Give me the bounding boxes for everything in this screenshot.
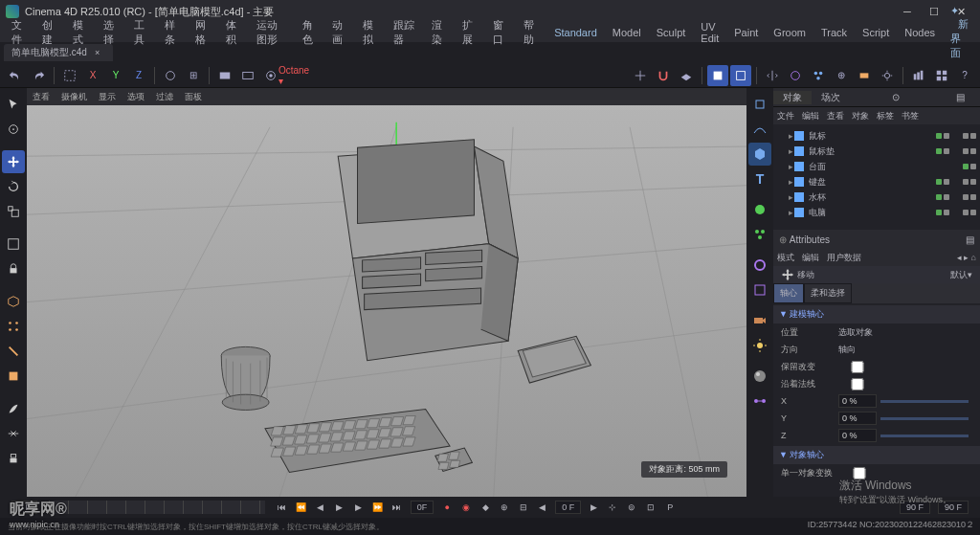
node-tool[interactable] bbox=[748, 390, 771, 412]
layout-standard[interactable]: Standard bbox=[546, 27, 605, 38]
attr-value[interactable]: 选取对象 bbox=[838, 326, 972, 339]
prev-key-button[interactable]: ⏪ bbox=[293, 499, 310, 516]
history-button[interactable] bbox=[908, 65, 929, 86]
document-tab[interactable]: 简单电脑模型.c4d × bbox=[4, 44, 113, 61]
subdivision-button[interactable] bbox=[730, 65, 751, 86]
null-tool[interactable] bbox=[748, 93, 771, 116]
tag-button[interactable] bbox=[854, 65, 875, 86]
section-header[interactable]: ▼ 建模轴心 bbox=[773, 305, 980, 323]
layout-item[interactable]: Model bbox=[605, 27, 649, 38]
attr-checkbox[interactable] bbox=[838, 378, 877, 390]
render-region-button[interactable] bbox=[237, 65, 258, 86]
obj-sub[interactable]: 标签 bbox=[877, 110, 894, 123]
new-ui[interactable]: 新界面 bbox=[950, 18, 969, 58]
menu-item[interactable]: 模式 bbox=[65, 18, 96, 47]
search-icon[interactable]: ⊙ bbox=[882, 92, 909, 102]
gear-icon[interactable] bbox=[877, 65, 898, 86]
octane-button[interactable]: Octane ▾ bbox=[283, 65, 304, 86]
redo-button[interactable] bbox=[28, 65, 49, 86]
panel-tab-objects[interactable]: 对象 bbox=[773, 91, 812, 104]
extrude-tool[interactable] bbox=[2, 447, 25, 470]
menu-item[interactable]: 体积 bbox=[218, 18, 249, 47]
object-row[interactable]: ▸鼠标垫 bbox=[777, 144, 976, 159]
menu-item[interactable]: 渲染 bbox=[424, 18, 455, 47]
layout-button[interactable] bbox=[931, 65, 952, 86]
panel-tab-takes[interactable]: 场次 bbox=[812, 91, 850, 104]
obj-sub[interactable]: 对象 bbox=[852, 110, 869, 123]
key-button[interactable]: ◆ bbox=[477, 499, 494, 516]
slider[interactable] bbox=[880, 400, 969, 403]
timeline-track[interactable] bbox=[49, 501, 265, 514]
select-button[interactable] bbox=[59, 65, 80, 86]
y-button[interactable]: Y bbox=[105, 65, 126, 86]
target-tool[interactable] bbox=[2, 118, 25, 141]
text-tool[interactable]: T bbox=[748, 167, 771, 190]
menu-item[interactable]: 窗口 bbox=[485, 18, 516, 47]
rot-key-icon[interactable]: ⊚ bbox=[623, 499, 640, 516]
vmenu[interactable]: 面板 bbox=[185, 91, 202, 103]
attr-tab[interactable]: 轴心 bbox=[773, 283, 804, 303]
menu-item[interactable]: 网格 bbox=[188, 18, 218, 47]
menu-item[interactable]: 角色 bbox=[295, 18, 325, 47]
layout-item[interactable]: Paint bbox=[726, 27, 766, 38]
tool-preset[interactable]: 默认 bbox=[950, 269, 968, 281]
light-tool[interactable] bbox=[748, 334, 771, 357]
layout-item[interactable]: Groom bbox=[766, 27, 813, 38]
menu-item[interactable]: 样条 bbox=[157, 18, 188, 47]
object-list[interactable]: ▸鼠标 ▸鼠标垫 ▸台面 ▸键盘 ▸水杯 ▸电脑 bbox=[773, 124, 980, 230]
vmenu[interactable]: 过滤 bbox=[156, 91, 173, 103]
grid-button[interactable]: ⊞ bbox=[183, 65, 204, 86]
point-tool[interactable] bbox=[2, 315, 25, 338]
menu-item[interactable]: 选择 bbox=[96, 18, 126, 47]
vmenu[interactable]: 查看 bbox=[33, 91, 50, 103]
axis-button[interactable] bbox=[630, 65, 651, 86]
menu-item[interactable]: 动画 bbox=[324, 18, 355, 47]
tab-close-icon[interactable]: × bbox=[95, 48, 100, 57]
obj-sub[interactable]: 查看 bbox=[827, 110, 844, 123]
vmenu[interactable]: 选项 bbox=[127, 91, 145, 103]
spline-tool[interactable] bbox=[748, 118, 771, 141]
field-tool[interactable] bbox=[748, 279, 771, 301]
object-row[interactable]: ▸键盘 bbox=[777, 174, 976, 189]
viewport[interactable]: 查看 摄像机 显示 选项 过滤 面板 bbox=[27, 88, 746, 497]
layout-item[interactable]: UV Edit bbox=[693, 21, 726, 44]
frame-current[interactable]: 0F bbox=[411, 501, 434, 514]
prev-frame-button[interactable]: ◀ bbox=[312, 499, 329, 516]
attr-sub[interactable]: 编辑 bbox=[802, 252, 819, 264]
generator-tool[interactable] bbox=[748, 198, 771, 221]
param-key-icon[interactable]: P bbox=[661, 499, 679, 516]
next-key-button[interactable]: ⏩ bbox=[369, 499, 387, 516]
attr-input[interactable] bbox=[838, 394, 877, 408]
attr-input[interactable] bbox=[838, 429, 877, 442]
model-tool[interactable] bbox=[2, 290, 25, 313]
rotate-tool[interactable] bbox=[2, 175, 25, 198]
z-button[interactable]: Z bbox=[128, 65, 149, 86]
pos-key-icon[interactable]: ⊹ bbox=[604, 499, 621, 516]
attr-checkbox[interactable] bbox=[838, 361, 877, 373]
menu-item[interactable]: 帮助 bbox=[516, 18, 546, 47]
layout-item[interactable]: Sculpt bbox=[649, 27, 694, 38]
vmenu[interactable]: 摄像机 bbox=[61, 91, 87, 103]
deform-tool[interactable] bbox=[748, 254, 771, 277]
menu-item[interactable]: 文件 bbox=[4, 18, 34, 47]
layout-item[interactable]: Script bbox=[855, 27, 897, 38]
cloner-button[interactable] bbox=[808, 65, 829, 86]
obj-sub[interactable]: 编辑 bbox=[802, 110, 819, 123]
viewport-tool[interactable] bbox=[2, 233, 25, 256]
layout-item[interactable]: Nodes bbox=[897, 27, 943, 38]
object-row[interactable]: ▸台面 bbox=[777, 159, 976, 174]
menu-item[interactable]: 创建 bbox=[34, 18, 65, 47]
cube-tool[interactable] bbox=[748, 143, 771, 166]
deformer-button[interactable] bbox=[785, 65, 806, 86]
goto-end-button[interactable]: ⏭ bbox=[389, 499, 406, 516]
menu-item[interactable]: 工具 bbox=[126, 18, 157, 47]
symmetry-button[interactable] bbox=[762, 65, 783, 86]
autokey-button[interactable]: ◉ bbox=[457, 499, 475, 516]
help-button[interactable]: ? bbox=[954, 65, 975, 86]
soft-button[interactable] bbox=[707, 65, 728, 86]
play-button[interactable]: ▶ bbox=[331, 499, 348, 516]
keyopt-button[interactable]: ⊕ bbox=[496, 499, 513, 516]
poly-tool[interactable] bbox=[2, 365, 25, 388]
object-row[interactable]: ▸水杯 bbox=[777, 189, 976, 205]
slider[interactable] bbox=[880, 417, 969, 420]
